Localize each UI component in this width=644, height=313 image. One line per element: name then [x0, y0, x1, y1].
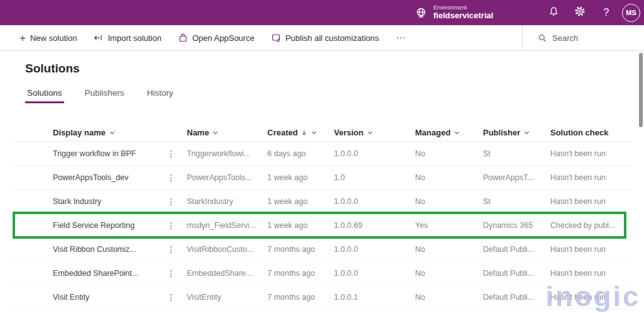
cell-display-name[interactable]: Visit Ribbon Customiz...: [53, 245, 165, 254]
cell-publisher: Default Publi...: [483, 245, 550, 254]
new-solution-label: New solution: [30, 33, 77, 43]
cell-solution-check: Hasn't been run: [550, 269, 631, 278]
tab-publishers[interactable]: Publishers: [83, 86, 126, 103]
table-row[interactable]: Trigger workflow in BPF ⋮ Triggerworkflo…: [13, 142, 631, 166]
cell-display-name[interactable]: Stark Industry: [53, 197, 165, 206]
chevron-down-icon: [311, 129, 318, 136]
search-input[interactable]: [552, 33, 628, 43]
cell-name: EmbeddedShare...: [187, 269, 267, 278]
row-context-menu-button[interactable]: ⋮: [165, 290, 177, 305]
cell-name: msdyn_FieldServi...: [187, 221, 267, 230]
row-context-menu-button[interactable]: ⋮: [165, 194, 177, 209]
import-solution-button[interactable]: Import solution: [85, 25, 169, 50]
new-solution-button[interactable]: + New solution: [11, 25, 85, 50]
main-content: Solutions Solutions Publishers History D…: [0, 51, 644, 309]
chevron-down-icon: [109, 129, 116, 136]
chevron-down-icon: [453, 129, 460, 136]
cell-managed: No: [415, 149, 483, 158]
column-header-managed[interactable]: Managed: [415, 128, 483, 137]
column-header-name[interactable]: Name: [187, 128, 267, 137]
cell-created: 7 months ago: [267, 293, 334, 302]
cell-managed: No: [415, 293, 483, 302]
cell-name: VisitEntity: [187, 293, 267, 302]
table-header-row: Display name Name Created Version Manage…: [13, 124, 631, 142]
cell-publisher: Default Publi...: [483, 269, 550, 278]
cell-display-name[interactable]: PowerAppsTools_dev: [53, 173, 165, 182]
open-appsource-button[interactable]: Open AppSource: [170, 25, 263, 50]
row-context-menu-button[interactable]: ⋮: [165, 170, 177, 185]
sort-descending-icon: [301, 129, 308, 136]
cell-publisher: St: [483, 149, 550, 158]
column-header-version[interactable]: Version: [334, 128, 415, 137]
chevron-down-icon: [523, 129, 530, 136]
cell-display-name[interactable]: Visit Entity: [53, 293, 165, 302]
cell-version: 1.0.0.0: [334, 269, 415, 278]
environment-label: Environment: [433, 4, 493, 11]
cell-managed: Yes: [415, 221, 483, 230]
cell-publisher: St: [483, 197, 550, 206]
import-solution-label: Import solution: [108, 33, 161, 43]
cell-solution-check: Checked by publ...: [550, 221, 631, 230]
cell-name: PowerAppsTools...: [187, 173, 267, 182]
cell-managed: No: [415, 269, 483, 278]
search-icon: [538, 33, 547, 43]
column-header-created[interactable]: Created: [267, 128, 334, 137]
table-row[interactable]: Embedded SharePoint... ⋮ EmbeddedShare..…: [13, 261, 631, 285]
page-title: Solutions: [25, 62, 644, 76]
chevron-down-icon: [212, 129, 219, 136]
row-context-menu-button[interactable]: ⋮: [165, 218, 177, 233]
table-row[interactable]: PowerAppsTools_dev ⋮ PowerAppsTools... 1…: [13, 166, 631, 190]
row-context-menu-button[interactable]: ⋮: [165, 242, 177, 257]
table-row[interactable]: Visit Entity ⋮ VisitEntity 7 months ago …: [13, 285, 631, 309]
column-header-display-name[interactable]: Display name: [53, 128, 165, 137]
cell-publisher: Dynamics 365: [483, 221, 550, 230]
publish-all-customizations-label: Publish all customizations: [286, 33, 379, 43]
more-commands-button[interactable]: ⋯: [387, 32, 415, 43]
notifications-button[interactable]: [543, 0, 564, 25]
cell-version: 1.0.0.1: [334, 293, 415, 302]
plus-icon: +: [19, 33, 26, 43]
cell-version: 1.0.0.0: [334, 149, 415, 158]
cell-created: 7 months ago: [267, 245, 334, 254]
open-appsource-label: Open AppSource: [192, 33, 255, 43]
environment-globe-icon: [415, 7, 427, 19]
cell-created: 1 week ago: [267, 173, 334, 182]
cell-solution-check: Hasn't been run: [550, 149, 631, 158]
row-context-menu-button[interactable]: ⋮: [165, 266, 177, 281]
vertical-scrollbar[interactable]: [639, 53, 643, 127]
tab-bar: Solutions Publishers History: [25, 86, 644, 103]
import-arrow-icon: [93, 33, 103, 43]
cell-publisher: Default Publi...: [483, 293, 550, 302]
chevron-down-icon: [367, 129, 374, 136]
search-box[interactable]: [522, 25, 644, 50]
cell-created: 1 week ago: [267, 197, 334, 206]
settings-button[interactable]: [569, 0, 591, 25]
app-header: Environment fieldservicetrial ?: [0, 0, 644, 25]
cell-display-name[interactable]: Field Service Reporting: [53, 221, 165, 230]
cell-name: StarkIndustry: [187, 197, 267, 206]
cell-name: Triggerworkflowi...: [187, 149, 267, 158]
cell-display-name[interactable]: Embedded SharePoint...: [53, 269, 165, 278]
column-header-solution-check[interactable]: Solution check: [550, 128, 631, 137]
cell-created: 7 months ago: [267, 269, 334, 278]
table-row-highlighted[interactable]: Field Service Reporting ⋮ msdyn_FieldSer…: [13, 213, 631, 237]
cell-managed: No: [415, 173, 483, 182]
cell-display-name[interactable]: Trigger workflow in BPF: [53, 149, 165, 158]
publish-all-customizations-button[interactable]: Publish all customizations: [263, 25, 387, 50]
table-row[interactable]: Stark Industry ⋮ StarkIndustry 1 week ag…: [13, 190, 631, 213]
user-avatar[interactable]: MS: [622, 4, 640, 22]
column-header-publisher[interactable]: Publisher: [483, 128, 550, 137]
gear-icon: [574, 6, 586, 20]
table-row[interactable]: Visit Ribbon Customiz... ⋮ VisitRibbonCu…: [13, 237, 631, 261]
help-icon: ?: [604, 7, 609, 18]
row-context-menu-button[interactable]: ⋮: [165, 146, 177, 161]
cell-managed: No: [415, 197, 483, 206]
appsource-bag-icon: [178, 33, 188, 43]
help-button[interactable]: ?: [596, 0, 617, 25]
cell-created: 6 days ago: [267, 149, 334, 158]
tab-history[interactable]: History: [145, 86, 175, 103]
cell-name: VisitRibbonCusto...: [187, 245, 267, 254]
cell-version: 1.0.0.0: [334, 197, 415, 206]
tab-solutions[interactable]: Solutions: [25, 86, 64, 103]
environment-picker[interactable]: Environment fieldservicetrial: [415, 0, 493, 25]
